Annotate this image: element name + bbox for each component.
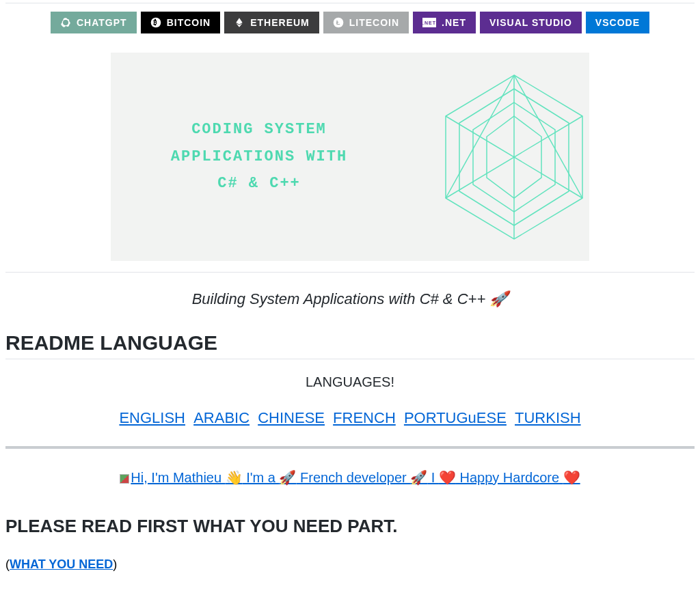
badge-label: ETHEREUM	[250, 17, 310, 28]
intro-line: Hi, I'm Mathieu 👋 I'm a 🚀 French develop…	[5, 469, 695, 486]
heart-icon: ❤️	[563, 470, 580, 485]
ethereum-icon	[234, 17, 245, 28]
lang-portuguese[interactable]: PORTUGuESE	[404, 409, 507, 426]
badge-label: .NET	[442, 17, 466, 28]
readme-language-heading: README LANGUAGE	[5, 331, 695, 359]
languages-label: LANGUAGES!	[5, 374, 695, 390]
broken-image-icon	[120, 474, 129, 484]
badge-label: VSCODE	[595, 17, 640, 28]
banner-line-3: C# & C++	[111, 170, 407, 197]
badge-chatgpt[interactable]: CHATGPT	[51, 12, 137, 33]
badge-ethereum[interactable]: ETHEREUM	[224, 12, 319, 33]
badge-dotnet[interactable]: .NET .NET	[413, 12, 476, 33]
hero-banner: CODING SYSTEM APPLICATIONS WITH C# & C++	[111, 53, 589, 261]
badge-visual-studio[interactable]: VISUAL STUDIO	[480, 12, 582, 33]
banner-line-1: CODING SYSTEM	[111, 116, 407, 143]
read-first-heading: PLEASE READ FIRST WHAT YOU NEED PART.	[5, 516, 695, 537]
badge-label: LITECOIN	[349, 17, 399, 28]
thick-divider	[5, 446, 695, 449]
badge-label: BITCOIN	[167, 17, 211, 28]
svg-text:₿: ₿	[153, 18, 158, 26]
badge-litecoin[interactable]: Ł LITECOIN	[323, 12, 409, 33]
lang-turkish[interactable]: TURKISH	[515, 409, 581, 426]
badge-bitcoin[interactable]: ₿ BITCOIN	[141, 12, 221, 33]
lang-chinese[interactable]: CHINESE	[258, 409, 325, 426]
what-you-need-line: (WHAT YOU NEED)	[5, 557, 695, 572]
banner-line-2: APPLICATIONS WITH	[111, 143, 407, 171]
lang-english[interactable]: ENGLISH	[119, 409, 185, 426]
badge-vscode[interactable]: VSCODE	[586, 12, 649, 33]
bitcoin-icon: ₿	[150, 17, 161, 28]
badge-label: CHATGPT	[77, 17, 127, 28]
what-you-need-link[interactable]: WHAT YOU NEED	[10, 557, 113, 571]
geometric-decoration	[412, 61, 589, 253]
heart-icon: ❤️	[439, 470, 456, 485]
svg-line-11	[446, 75, 514, 198]
svg-text:Ł: Ł	[336, 19, 340, 26]
openai-icon	[60, 17, 71, 28]
subtitle: Building System Applications with C# & C…	[5, 290, 695, 308]
language-links: ENGLISH ARABIC CHINESE FRENCH PORTUGuESE…	[5, 409, 695, 427]
lang-arabic[interactable]: ARABIC	[193, 409, 250, 426]
badge-row: CHATGPT ₿ BITCOIN ETHEREUM Ł LITECOIN .N…	[5, 12, 695, 33]
top-divider	[5, 3, 695, 3]
lang-french[interactable]: FRENCH	[333, 409, 396, 426]
intro-link[interactable]: Hi, I'm Mathieu 👋 I'm a 🚀 French develop…	[120, 470, 580, 485]
rocket-icon: 🚀	[410, 470, 427, 485]
badge-label: VISUAL STUDIO	[489, 17, 572, 28]
dotnet-icon: .NET	[422, 18, 436, 27]
wave-icon: 👋	[226, 470, 243, 485]
divider	[5, 272, 695, 273]
litecoin-icon: Ł	[333, 17, 344, 28]
svg-line-12	[514, 75, 582, 198]
rocket-icon: 🚀	[279, 470, 296, 485]
